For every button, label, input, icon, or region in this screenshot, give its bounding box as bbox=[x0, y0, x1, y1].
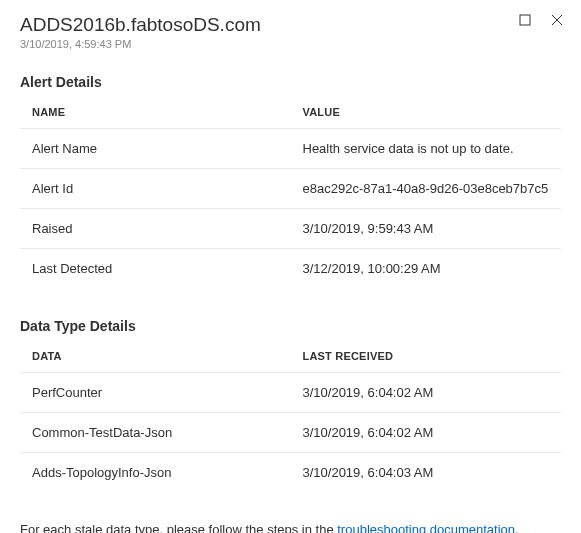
cell-data: Common-TestData-Json bbox=[20, 413, 291, 453]
col-header-data: DATA bbox=[20, 342, 291, 373]
table-row: PerfCounter 3/10/2019, 6:04:02 AM bbox=[20, 373, 561, 413]
table-row: Adds-TopologyInfo-Json 3/10/2019, 6:04:0… bbox=[20, 453, 561, 493]
page-timestamp: 3/10/2019, 4:59:43 PM bbox=[20, 38, 561, 50]
cell-value: 3/10/2019, 9:59:43 AM bbox=[291, 209, 562, 249]
svg-rect-0 bbox=[520, 15, 530, 25]
page-title: ADDS2016b.fabtosoDS.com bbox=[20, 14, 561, 36]
cell-value: e8ac292c-87a1-40a8-9d26-03e8ceb7b7c5 bbox=[291, 169, 562, 209]
footer-suffix: . bbox=[515, 522, 519, 533]
table-row: Raised 3/10/2019, 9:59:43 AM bbox=[20, 209, 561, 249]
col-header-value: VALUE bbox=[291, 98, 562, 129]
cell-data: Adds-TopologyInfo-Json bbox=[20, 453, 291, 493]
cell-data: PerfCounter bbox=[20, 373, 291, 413]
close-button[interactable] bbox=[549, 12, 565, 28]
cell-name: Alert Id bbox=[20, 169, 291, 209]
restore-button[interactable] bbox=[517, 12, 533, 28]
table-row: Alert Id e8ac292c-87a1-40a8-9d26-03e8ceb… bbox=[20, 169, 561, 209]
table-row: Last Detected 3/12/2019, 10:00:29 AM bbox=[20, 249, 561, 289]
alert-details-table: NAME VALUE Alert Name Health service dat… bbox=[20, 98, 561, 288]
cell-last-received: 3/10/2019, 6:04:03 AM bbox=[291, 453, 562, 493]
data-type-details-table: DATA LAST RECEIVED PerfCounter 3/10/2019… bbox=[20, 342, 561, 492]
troubleshooting-link[interactable]: troubleshooting documentation bbox=[337, 522, 515, 533]
cell-value: Health service data is not up to date. bbox=[291, 129, 562, 169]
footer-text: For each stale data type, please follow … bbox=[20, 522, 561, 533]
footer-prefix: For each stale data type, please follow … bbox=[20, 522, 337, 533]
cell-name: Alert Name bbox=[20, 129, 291, 169]
close-icon bbox=[551, 14, 563, 26]
window-controls bbox=[517, 12, 565, 28]
cell-last-received: 3/10/2019, 6:04:02 AM bbox=[291, 413, 562, 453]
cell-last-received: 3/10/2019, 6:04:02 AM bbox=[291, 373, 562, 413]
restore-icon bbox=[519, 14, 531, 26]
data-type-details-heading: Data Type Details bbox=[20, 318, 561, 334]
table-row: Common-TestData-Json 3/10/2019, 6:04:02 … bbox=[20, 413, 561, 453]
cell-value: 3/12/2019, 10:00:29 AM bbox=[291, 249, 562, 289]
table-row: Alert Name Health service data is not up… bbox=[20, 129, 561, 169]
cell-name: Last Detected bbox=[20, 249, 291, 289]
alert-panel: ADDS2016b.fabtosoDS.com 3/10/2019, 4:59:… bbox=[0, 0, 581, 533]
col-header-name: NAME bbox=[20, 98, 291, 129]
alert-details-heading: Alert Details bbox=[20, 74, 561, 90]
col-header-last-received: LAST RECEIVED bbox=[291, 342, 562, 373]
cell-name: Raised bbox=[20, 209, 291, 249]
